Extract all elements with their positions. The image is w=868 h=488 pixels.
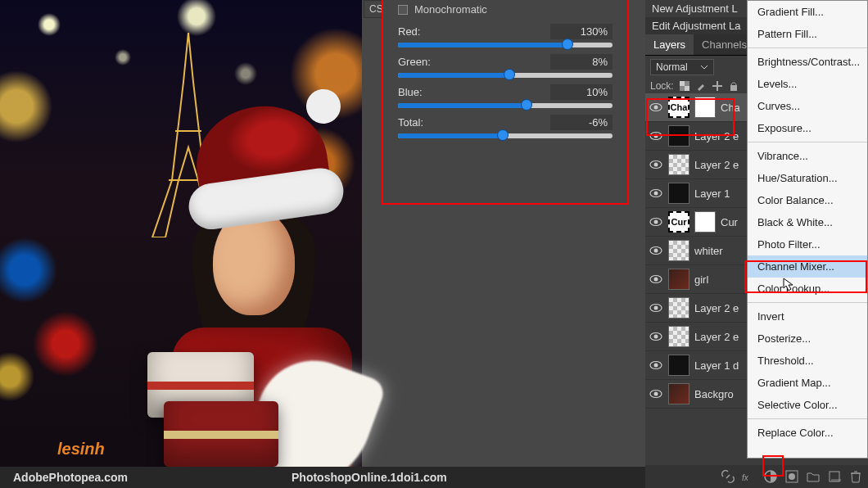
canvas[interactable]: lesinh (0, 0, 362, 467)
new-layer-icon[interactable] (827, 469, 842, 484)
menu-item[interactable]: Hue/Saturation... (748, 167, 867, 189)
svg-point-13 (654, 220, 658, 224)
channel-mixer-panel: Monochromatic Red:130% Green:8% Blue:10%… (382, 0, 629, 205)
visibility-icon[interactable] (649, 186, 663, 201)
highlight-menu (744, 260, 867, 293)
visibility-icon[interactable] (649, 329, 663, 344)
visibility-icon[interactable] (649, 300, 663, 315)
layer-name[interactable]: Cur (721, 216, 738, 228)
layers-bottom-bar: fx (645, 465, 868, 488)
layer-name[interactable]: girl (694, 273, 708, 286)
slider-track[interactable] (398, 73, 613, 78)
svg-point-15 (654, 249, 658, 253)
lock-transparent-icon[interactable] (679, 80, 690, 92)
svg-point-29 (789, 473, 795, 480)
tab-layers[interactable]: Layers (645, 34, 694, 55)
layer-name[interactable]: Layer 2 e (694, 159, 739, 171)
footer-right: PhotoshopOnline.1doi1.com (292, 471, 447, 484)
menu-item[interactable]: Color Balance... (748, 189, 867, 211)
tab-channels[interactable]: Channels (694, 34, 755, 55)
menu-item[interactable]: Threshold... (748, 350, 867, 372)
visibility-icon[interactable] (649, 215, 663, 229)
svg-point-11 (654, 192, 658, 196)
adjustment-menu: Gradient Fill...Pattern Fill...Brightnes… (747, 0, 868, 459)
monochromatic-checkbox[interactable] (398, 5, 408, 15)
menu-item[interactable]: Gradient Fill... (748, 1, 867, 23)
lock-all-icon[interactable] (728, 80, 739, 92)
highlight-layer (646, 98, 735, 136)
highlight-adjustment-icon (762, 455, 784, 477)
slider-track[interactable] (398, 103, 613, 108)
blend-mode-select[interactable]: Normal (650, 59, 714, 75)
layer-mask[interactable] (694, 211, 716, 233)
link-icon[interactable] (721, 469, 735, 484)
menu-item[interactable]: Exposure... (748, 117, 867, 139)
fx-icon[interactable]: fx (742, 469, 757, 484)
layer-name[interactable]: whiter (694, 245, 723, 257)
visibility-icon[interactable] (649, 157, 663, 172)
menu-item[interactable]: Gradient Map... (748, 372, 867, 394)
chevron-down-icon (700, 63, 708, 71)
footer-left: AdobePhotopea.com (13, 471, 128, 484)
layer-name[interactable]: Layer 1 d (694, 359, 739, 372)
visibility-icon[interactable] (649, 386, 663, 401)
menu-item[interactable]: Selective Color... (748, 394, 867, 416)
svg-rect-1 (680, 81, 685, 86)
watermark: lesinh (57, 440, 105, 459)
lock-label: Lock: (650, 80, 674, 92)
svg-point-21 (654, 335, 658, 339)
menu-item[interactable]: Invert (748, 305, 867, 328)
svg-text:fx: fx (742, 473, 749, 482)
image-subject (106, 115, 352, 459)
svg-rect-31 (831, 479, 841, 481)
layer-name[interactable]: Layer 1 (694, 188, 730, 200)
footer-bar: AdobePhotopea.com PhotoshopOnline.1doi1.… (0, 467, 645, 488)
svg-rect-3 (730, 85, 737, 91)
layer-name[interactable]: Backgro (694, 388, 734, 400)
menu-item[interactable]: Vibrance... (748, 145, 867, 167)
mask-icon[interactable] (784, 469, 799, 484)
slider-label: Red: (398, 25, 420, 38)
svg-point-17 (654, 278, 658, 282)
trash-icon[interactable] (848, 469, 863, 484)
visibility-icon[interactable] (649, 243, 663, 258)
monochromatic-label: Monochromatic (414, 3, 487, 16)
svg-point-23 (654, 364, 658, 368)
menu-item[interactable]: Levels... (748, 73, 867, 95)
slider-value[interactable]: 130% (550, 24, 613, 39)
menu-item[interactable]: Replace Color... (748, 422, 867, 444)
menu-item[interactable]: Pattern Fill... (748, 23, 867, 45)
slider-value[interactable]: -6% (550, 115, 613, 130)
svg-point-19 (654, 306, 658, 310)
visibility-icon[interactable] (649, 272, 663, 287)
slider-track[interactable] (398, 133, 613, 138)
svg-rect-2 (685, 86, 689, 91)
menu-item[interactable]: Black & White... (748, 211, 867, 233)
slider-label: Blue: (398, 86, 423, 98)
slider-track[interactable] (398, 43, 613, 47)
lock-move-icon[interactable] (712, 80, 723, 92)
menu-item[interactable]: Curves... (748, 95, 867, 117)
layer-name[interactable]: Layer 2 e (694, 302, 739, 314)
visibility-icon[interactable] (649, 358, 663, 373)
layer-name[interactable]: Layer 2 e (694, 331, 739, 343)
slider-label: Green: (398, 56, 431, 68)
slider-value[interactable]: 8% (550, 54, 613, 70)
slider-label: Total: (398, 116, 423, 129)
lock-brush-icon[interactable] (695, 80, 707, 92)
folder-icon[interactable] (806, 469, 821, 484)
menu-item[interactable]: Brightness/Contrast... (748, 51, 867, 73)
slider-value[interactable]: 10% (550, 84, 613, 100)
menu-item[interactable]: Posterize... (748, 328, 867, 350)
menu-item[interactable]: Photo Filter... (748, 233, 867, 255)
svg-point-9 (654, 163, 658, 167)
svg-point-25 (654, 392, 658, 396)
